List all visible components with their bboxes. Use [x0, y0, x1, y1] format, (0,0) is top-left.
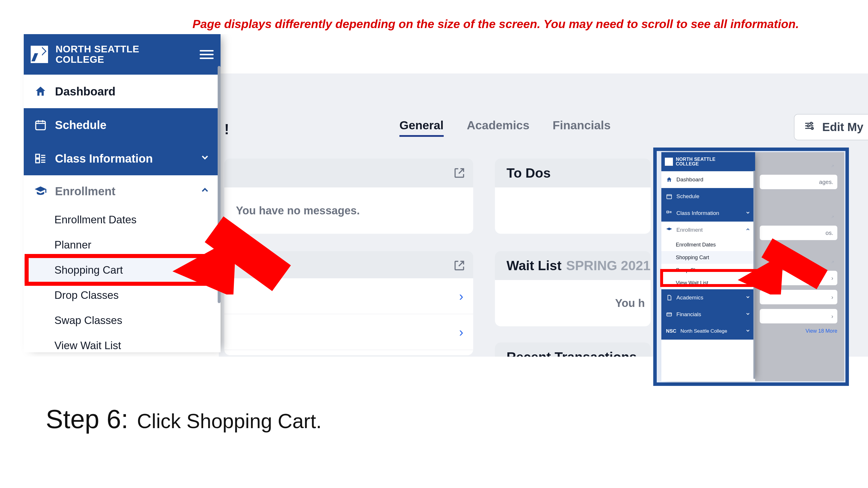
sidebar: NORTH SEATTLE COLLEGE Dashboard	[24, 34, 221, 352]
chevron-up-icon	[200, 185, 210, 198]
campus-name: North Seattle College	[680, 328, 727, 334]
sidebar-item-label: Academics	[676, 294, 703, 301]
home-icon	[34, 85, 47, 98]
graduation-cap-icon	[34, 185, 47, 198]
chevron-down-icon	[200, 152, 210, 165]
sidebar-item-financials[interactable]: Financials	[661, 306, 755, 323]
sidebar-sub-drop-classes[interactable]: Drop Classes	[24, 283, 221, 308]
schedule-row[interactable]: ›	[224, 278, 473, 314]
chevron-right-icon: ›	[459, 289, 463, 303]
edit-my-button[interactable]: Edit My	[794, 114, 868, 140]
sidebar-sub-shopping-cart[interactable]: Shopping Cart	[661, 251, 755, 264]
schedule-card: › ›	[224, 251, 473, 355]
tab-financials[interactable]: Financials	[553, 119, 611, 137]
text-fragment: ages.	[819, 179, 833, 186]
calendar-icon	[666, 193, 672, 200]
svg-point-1	[807, 125, 809, 127]
chevron-down-icon	[745, 311, 750, 318]
waitlist-term: SPRING 2021	[566, 258, 650, 273]
workspace-tabs: General Academics Financials	[399, 119, 611, 137]
edit-my-label: Edit My	[822, 121, 863, 134]
document-icon	[666, 294, 672, 301]
scroll-note: Page displays differently depending on t…	[192, 18, 799, 31]
mobile-inset-screenshot: ages. os. › › › View 18 More NORTH SEATT	[653, 148, 849, 386]
sidebar-item-label: Dashboard	[676, 176, 703, 183]
sliders-icon	[803, 120, 815, 134]
step-caption: Step 6: Click Shopping Cart.	[46, 404, 321, 434]
todos-card: To Dos	[495, 159, 651, 234]
open-in-new-icon	[829, 260, 834, 267]
waitlist-text-fragment: You h	[615, 297, 645, 310]
greeting-fragment: !	[224, 121, 229, 138]
sidebar-sub-view-waitlist[interactable]: View Wait List	[661, 276, 755, 289]
sidebar-item-label: Schedule	[55, 119, 106, 132]
campus-selector[interactable]: NSC North Seattle College	[661, 323, 755, 339]
graduation-cap-icon	[666, 227, 672, 233]
sidebar-item-class-info[interactable]: Class Information	[24, 142, 221, 175]
chevron-right-icon: ›	[831, 313, 833, 320]
sidebar-item-dashboard[interactable]: Dashboard	[661, 171, 755, 188]
list-item[interactable]: ages.	[760, 175, 837, 189]
sidebar-sub-shopping-cart[interactable]: Shopping Cart	[24, 257, 221, 283]
sidebar-sub-swap-classes[interactable]: Swap Classes	[661, 264, 755, 276]
tab-general[interactable]: General	[399, 119, 444, 137]
tab-academics[interactable]: Academics	[467, 119, 530, 137]
chevron-up-icon	[745, 227, 750, 233]
home-icon	[666, 176, 672, 183]
sidebar-sub-swap-classes[interactable]: Swap Classes	[24, 308, 221, 333]
sidebar-mini: NORTH SEATTLE COLLEGE Dashboard Schedule	[661, 152, 755, 381]
sidebar-sub-enrollment-dates[interactable]: Enrollment Dates	[24, 207, 221, 232]
scrollbar-thumb[interactable]	[218, 66, 221, 303]
svg-rect-4	[36, 154, 40, 158]
list-item[interactable]: ›	[760, 271, 837, 285]
sidebar-sub-enrollment-dates[interactable]: Enrollment Dates	[661, 238, 755, 251]
list-icon	[34, 152, 47, 165]
todos-title: To Dos	[506, 165, 551, 181]
list-item[interactable]: ›	[760, 290, 837, 304]
sidebar-item-enrollment[interactable]: Enrollment	[661, 222, 755, 238]
schedule-row[interactable]: ›	[224, 314, 473, 350]
svg-rect-3	[36, 121, 45, 130]
recent-transactions-card: Recent Transactions	[495, 343, 651, 357]
calendar-icon	[34, 119, 47, 131]
chevron-down-icon	[745, 210, 750, 217]
sidebar-item-label: Schedule	[676, 193, 699, 200]
chevron-right-icon: ›	[831, 275, 833, 282]
messages-card: You have no messages.	[224, 159, 473, 234]
list-item[interactable]: ›	[760, 309, 837, 323]
college-logo-icon	[31, 46, 48, 63]
campus-code: NSC	[666, 328, 676, 334]
open-in-new-icon	[829, 215, 834, 222]
svg-rect-5	[36, 159, 40, 163]
scrollbar-thumb[interactable]	[753, 171, 755, 379]
open-in-new-icon	[829, 164, 834, 171]
open-in-new-icon[interactable]	[453, 167, 466, 180]
hamburger-icon[interactable]	[200, 48, 214, 61]
sidebar-item-academics[interactable]: Academics	[661, 289, 755, 306]
open-in-new-icon[interactable]	[453, 259, 466, 272]
sidebar-item-dashboard[interactable]: Dashboard	[24, 75, 221, 108]
sidebar-item-label: Enrollment	[55, 185, 116, 198]
list-item[interactable]: os.	[760, 226, 837, 240]
sidebar-item-schedule[interactable]: Schedule	[24, 108, 221, 142]
step-number: Step 6:	[46, 404, 128, 434]
chevron-down-icon	[745, 328, 750, 335]
sidebar-item-enrollment[interactable]: Enrollment	[24, 175, 221, 207]
text-fragment: os.	[826, 230, 833, 236]
brand-text: NORTH SEATTLE COLLEGE	[56, 44, 139, 65]
svg-point-0	[810, 122, 812, 124]
brand-header: NORTH SEATTLE COLLEGE	[24, 34, 221, 75]
sidebar-sub-view-waitlist[interactable]: View Wait List	[24, 333, 221, 352]
college-logo-icon	[665, 158, 673, 166]
sidebar-item-schedule[interactable]: Schedule	[661, 188, 755, 205]
sidebar-sub-planner[interactable]: Planner	[24, 232, 221, 257]
view-more-link[interactable]: View 18 More	[760, 328, 837, 334]
sidebar-item-label: Dashboard	[55, 85, 116, 98]
sidebar-item-class-info[interactable]: Class Information	[661, 205, 755, 222]
waitlist-card: Wait List SPRING 2021 You h	[495, 251, 651, 326]
recent-transactions-title: Recent Transactions	[506, 349, 637, 357]
brand-header: NORTH SEATTLE COLLEGE	[661, 152, 755, 171]
sidebar-item-label: Class Information	[676, 210, 719, 216]
sidebar-item-label: Financials	[676, 311, 701, 318]
svg-rect-10	[667, 313, 672, 316]
